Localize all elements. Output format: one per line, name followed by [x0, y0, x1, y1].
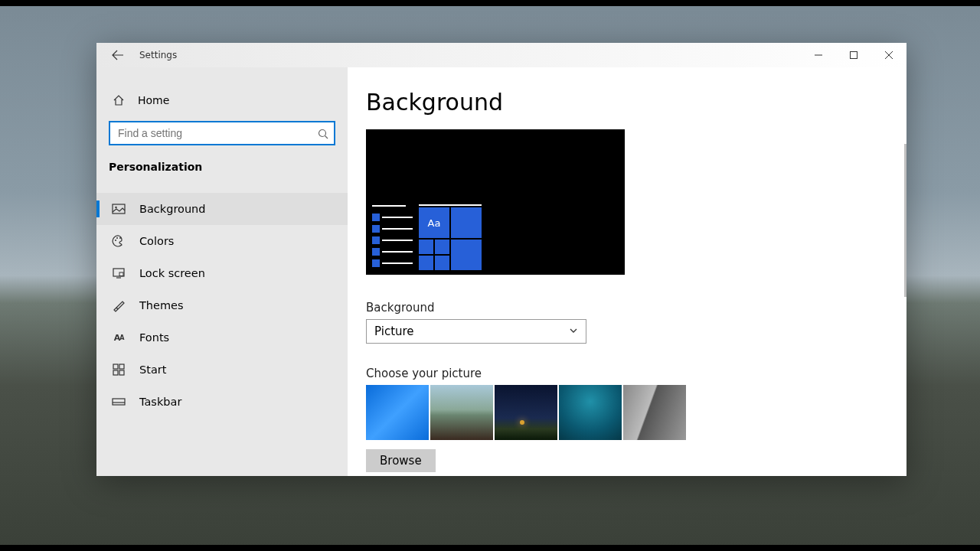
preview-start-menu: Aa: [372, 197, 625, 270]
close-icon: [885, 51, 893, 59]
svg-rect-0: [851, 52, 858, 59]
sidebar-category: Personalization: [96, 145, 348, 181]
background-dropdown-label: Background: [366, 301, 906, 315]
svg-point-6: [119, 237, 121, 239]
picture-thumbnails: [366, 385, 906, 440]
window-body: Home Personalization Background: [96, 67, 906, 476]
sidebar-item-taskbar[interactable]: Taskbar: [96, 386, 348, 418]
search-input[interactable]: [109, 121, 335, 145]
letterbox-top: [0, 0, 980, 6]
svg-rect-13: [113, 399, 125, 405]
sidebar-item-label: Background: [139, 203, 206, 215]
settings-window: Settings Home: [96, 43, 906, 476]
sidebar-nav: Background Colors Lock screen: [96, 193, 348, 418]
svg-point-5: [116, 237, 118, 239]
svg-point-3: [115, 207, 116, 208]
back-arrow-icon: [112, 49, 124, 61]
lock-screen-icon: [112, 266, 126, 280]
page-heading: Background: [366, 89, 906, 116]
window-controls: [801, 43, 906, 67]
search-box: [109, 121, 335, 145]
background-dropdown-value: Picture: [374, 324, 414, 338]
sidebar-home[interactable]: Home: [96, 86, 348, 115]
palette-icon: [112, 234, 126, 248]
titlebar: Settings: [96, 43, 906, 67]
picture-thumbnail[interactable]: [366, 385, 429, 440]
sidebar-item-label: Start: [139, 364, 166, 376]
taskbar-icon: [112, 395, 126, 409]
search-icon: [318, 128, 328, 139]
maximize-icon: [850, 51, 858, 59]
svg-rect-8: [119, 272, 123, 276]
svg-point-1: [319, 130, 326, 137]
minimize-button[interactable]: [801, 43, 836, 67]
svg-rect-10: [119, 364, 124, 369]
browse-button[interactable]: Browse: [366, 449, 436, 472]
sidebar: Home Personalization Background: [96, 67, 348, 476]
chevron-down-icon: [569, 324, 578, 338]
close-button[interactable]: [871, 43, 906, 67]
sidebar-item-label: Fonts: [139, 331, 169, 344]
content-area: Background Aa: [348, 67, 906, 476]
background-preview: Aa: [366, 129, 625, 275]
picture-icon: [112, 202, 126, 216]
letterbox-bottom: [0, 545, 980, 551]
window-title: Settings: [139, 50, 177, 60]
sidebar-item-themes[interactable]: Themes: [96, 289, 348, 321]
sidebar-item-start[interactable]: Start: [96, 354, 348, 386]
svg-rect-12: [119, 370, 124, 375]
svg-rect-11: [113, 370, 118, 375]
sidebar-item-background[interactable]: Background: [96, 193, 348, 225]
sidebar-item-label: Lock screen: [139, 267, 205, 279]
fonts-icon: AA: [112, 331, 126, 344]
minimize-icon: [815, 51, 822, 59]
preview-aa-tile: Aa: [419, 207, 449, 238]
background-dropdown[interactable]: Picture: [366, 319, 586, 344]
maximize-button[interactable]: [836, 43, 871, 67]
sidebar-item-label: Colors: [139, 235, 174, 247]
sidebar-item-lock-screen[interactable]: Lock screen: [96, 257, 348, 289]
start-icon: [112, 363, 126, 377]
picture-thumbnail[interactable]: [623, 385, 686, 440]
brush-icon: [112, 298, 126, 312]
home-icon: [112, 93, 126, 107]
sidebar-home-label: Home: [138, 94, 169, 106]
sidebar-item-label: Taskbar: [139, 396, 181, 408]
svg-point-4: [115, 240, 116, 241]
choose-picture-label: Choose your picture: [366, 367, 906, 380]
picture-thumbnail[interactable]: [430, 385, 493, 440]
sidebar-item-fonts[interactable]: AA Fonts: [96, 321, 348, 354]
sidebar-item-label: Themes: [139, 299, 184, 311]
picture-thumbnail[interactable]: [495, 385, 557, 440]
sidebar-item-colors[interactable]: Colors: [96, 225, 348, 257]
scrollbar[interactable]: [904, 144, 906, 297]
svg-rect-9: [113, 364, 118, 369]
picture-thumbnail[interactable]: [559, 385, 622, 440]
back-button[interactable]: [103, 43, 133, 67]
